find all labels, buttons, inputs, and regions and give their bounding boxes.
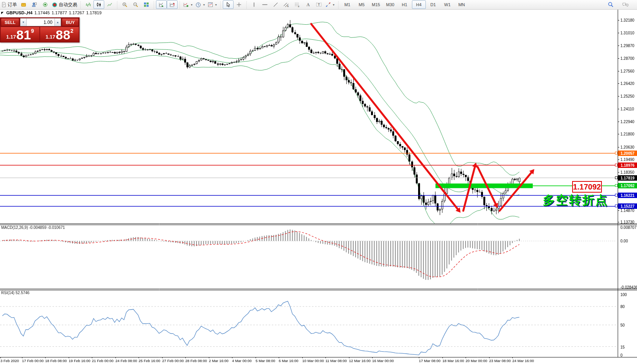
bar-chart-button[interactable]	[83, 0, 93, 9]
price-axis-tick: 1.32180	[620, 18, 634, 22]
new-order-button[interactable]: 订单	[0, 0, 18, 9]
text-label-tool[interactable]: T	[313, 0, 324, 9]
macd-axis-tick: -0.028436	[620, 285, 637, 290]
sell-button[interactable]: SELL	[1, 18, 19, 26]
chart-shift-button[interactable]	[167, 0, 178, 9]
templates-icon	[208, 2, 213, 7]
crosshair-icon	[236, 2, 242, 7]
toolbar-separator	[246, 1, 247, 8]
auto-scroll-icon	[159, 2, 164, 7]
metaeditor-button[interactable]	[18, 0, 29, 9]
zoom-in-button[interactable]	[119, 0, 130, 9]
macd-label: MACD(12,26,9) -0.004859 -0.010671	[1, 225, 65, 230]
cursor-tool-button[interactable]	[223, 0, 234, 9]
support-price-callout[interactable]: 1.17092	[572, 181, 602, 193]
autotrading-button[interactable]: 自动交易	[51, 0, 78, 9]
volume-increase-button[interactable]: ▲	[54, 19, 61, 26]
time-axis-label: 24 Feb 08:00	[115, 359, 137, 363]
price-axis-tag: 1.17092	[618, 183, 637, 188]
volume-decrease-button[interactable]: ▼	[20, 19, 27, 26]
svg-text:E: E	[287, 5, 289, 7]
indicators-dropdown-arrow[interactable]: ▼	[190, 3, 193, 6]
crosshair-tool-button[interactable]	[234, 0, 244, 9]
search-icon	[608, 2, 614, 8]
zoom-out-button[interactable]	[130, 0, 141, 9]
ohlc-high: 1.17877	[52, 10, 67, 15]
arrows-dropdown-arrow[interactable]: ▼	[332, 3, 335, 6]
autotrading-icon	[52, 2, 58, 8]
sell-price-big: 81	[16, 30, 31, 41]
chart-canvas[interactable]	[0, 0, 637, 364]
tile-windows-button[interactable]	[141, 0, 152, 9]
line-chart-button[interactable]	[104, 0, 115, 9]
bar-chart-icon	[85, 2, 91, 7]
navigator-icon	[42, 2, 48, 7]
buy-price-display[interactable]: 1.17882	[40, 27, 79, 42]
timeframe-m5[interactable]: M5	[355, 0, 369, 9]
equidistant-channel-tool[interactable]: E	[281, 0, 292, 9]
fibonacci-tool[interactable]: F	[292, 0, 303, 9]
time-axis-label: 6 Mar 16:00	[279, 359, 298, 363]
timeframe-w1[interactable]: W1	[440, 0, 454, 9]
time-axis-label: 28 Feb 08:00	[185, 359, 207, 363]
text-tool[interactable]: A	[303, 0, 313, 9]
search-button[interactable]	[605, 0, 616, 9]
timeframe-mn[interactable]: MN	[455, 0, 469, 9]
vertical-line-icon	[252, 2, 256, 7]
time-axis-label: 25 Feb 16:00	[139, 359, 160, 363]
zoom-in-icon	[122, 2, 128, 8]
market-watch-icon	[32, 2, 37, 7]
vertical-line-tool[interactable]	[249, 0, 259, 9]
templates-dropdown-arrow[interactable]: ▼	[215, 3, 217, 6]
timeframe-m1[interactable]: M1	[341, 0, 354, 9]
indicators-button[interactable]: ▼	[182, 0, 194, 9]
timeframe-h4[interactable]: H4	[412, 0, 426, 9]
time-axis-label: 4 Mar 00:00	[232, 359, 252, 363]
arrows-icon	[325, 2, 331, 7]
timeframe-d1[interactable]: D1	[426, 0, 440, 9]
templates-button[interactable]: ▼	[207, 0, 219, 9]
time-axis-label: 23 Mar 08:00	[489, 359, 511, 363]
horizontal-line-tool[interactable]	[259, 0, 270, 9]
buy-price-sup: 2	[70, 28, 73, 34]
time-axis-label: 27 Feb 00:00	[162, 359, 184, 363]
arrows-tool[interactable]: ▼	[324, 0, 336, 9]
svg-text:A: A	[306, 2, 310, 7]
toolbar-separator	[179, 1, 181, 8]
volume-value[interactable]: 1.00	[27, 19, 54, 26]
price-axis-tick: 1.14870	[620, 208, 634, 213]
time-axis-label: 18 Mar 16:00	[442, 359, 464, 363]
toolbar-separator	[220, 1, 222, 8]
chat-button[interactable]	[620, 0, 631, 9]
price-axis-tick: 1.29870	[620, 44, 634, 48]
svg-text:T: T	[318, 3, 320, 7]
macd-axis-tick: 0.00	[620, 239, 628, 243]
price-axis-tick: 1.27560	[620, 69, 634, 73]
sell-price-prefix: 1.17	[6, 34, 16, 41]
rsi-axis-tick: 15	[620, 345, 625, 349]
price-axis-tick: 1.21800	[620, 132, 634, 136]
periods-dropdown-arrow[interactable]: ▼	[203, 3, 205, 6]
price-axis-tick: 1.22940	[620, 120, 634, 124]
market-watch-button[interactable]	[29, 0, 40, 9]
new-order-icon	[1, 2, 7, 7]
timeframe-m30[interactable]: M30	[383, 0, 397, 9]
timeframe-h1[interactable]: H1	[398, 0, 412, 9]
timeframe-m15[interactable]: M15	[369, 0, 383, 9]
rsi-label: RSI(14) 52.5746	[1, 291, 29, 295]
auto-scroll-button[interactable]	[156, 0, 167, 9]
price-axis-tick: 1.28700	[620, 56, 634, 61]
price-axis-tag: 1.15227	[618, 203, 637, 209]
collapse-panel-icon[interactable]: ◤	[1, 11, 3, 15]
trendline-tool[interactable]	[270, 0, 281, 9]
buy-button[interactable]: BUY	[62, 18, 79, 26]
periods-button[interactable]: ▼	[194, 0, 207, 9]
time-axis-label: 21 Feb 00:00	[92, 359, 114, 363]
chat-icon	[622, 2, 629, 8]
macd-main-value: -0.004859	[29, 225, 46, 230]
candlestick-chart-button[interactable]	[93, 0, 104, 9]
trendline-icon	[273, 2, 278, 7]
navigator-button[interactable]	[40, 0, 51, 9]
turning-point-annotation: 多空转折点	[543, 192, 608, 208]
sell-price-display[interactable]: 1.17819	[1, 27, 39, 42]
